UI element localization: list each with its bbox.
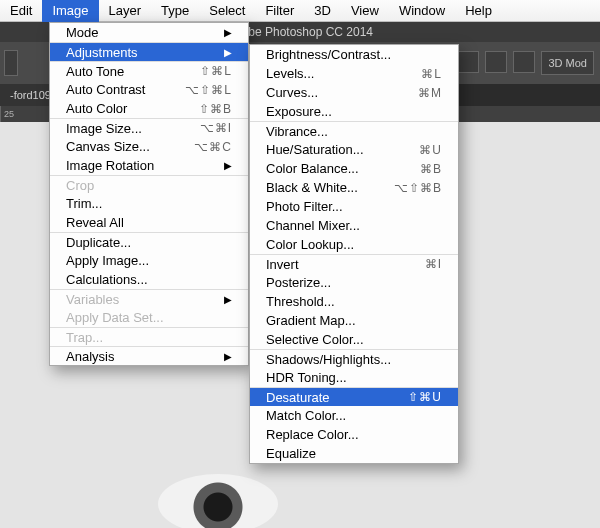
toolbar-icon[interactable] [457, 51, 479, 73]
menu-item[interactable]: Auto Tone⇧⌘L [50, 61, 248, 80]
menu-help[interactable]: Help [455, 0, 502, 22]
menu-item[interactable]: Equalize [250, 444, 458, 463]
menu-select[interactable]: Select [199, 0, 255, 22]
menu-item[interactable]: Color Balance...⌘B [250, 159, 458, 178]
menu-item-label: Apply Data Set... [66, 310, 232, 325]
menubar: EditImageLayerTypeSelectFilter3DViewWind… [0, 0, 600, 22]
chevron-right-icon: ▶ [224, 160, 232, 171]
menu-item[interactable]: Shadows/Highlights... [250, 349, 458, 368]
menu-item-shortcut: ⌘L [421, 67, 442, 81]
menu-item[interactable]: Brightness/Contrast... [250, 45, 458, 64]
menu-item[interactable]: Calculations... [50, 270, 248, 289]
menu-item[interactable]: Curves...⌘M [250, 83, 458, 102]
menu-item[interactable]: Threshold... [250, 292, 458, 311]
menu-item-label: Trap... [66, 330, 232, 345]
menu-item[interactable]: Photo Filter... [250, 197, 458, 216]
canvas-image-eye [158, 474, 278, 528]
menu-item-label: Hue/Saturation... [266, 142, 419, 157]
menu-item-shortcut: ⌥⌘I [200, 121, 232, 135]
menu-item-label: Adjustments [66, 45, 224, 60]
menu-image: Mode▶Adjustments▶Auto Tone⇧⌘LAuto Contra… [49, 22, 249, 366]
menu-item-label: Shadows/Highlights... [266, 352, 442, 367]
mode-3d-button[interactable]: 3D Mod [541, 51, 594, 75]
menu-item-label: Match Color... [266, 408, 442, 423]
menu-item[interactable]: Auto Contrast⌥⇧⌘L [50, 80, 248, 99]
menu-item-label: Color Balance... [266, 161, 420, 176]
menu-item[interactable]: Selective Color... [250, 330, 458, 349]
menu-item-label: Gradient Map... [266, 313, 442, 328]
menu-item[interactable]: Auto Color⇧⌘B [50, 99, 248, 118]
menu-item-shortcut: ⌘M [418, 86, 442, 100]
menu-item-label: Desaturate [266, 390, 408, 405]
menu-item-shortcut: ⇧⌘B [199, 102, 232, 116]
menu-item-label: Crop [66, 178, 232, 193]
chevron-right-icon: ▶ [224, 351, 232, 362]
menu-item[interactable]: Color Lookup... [250, 235, 458, 254]
menu-window[interactable]: Window [389, 0, 455, 22]
menu-item-label: Black & White... [266, 180, 394, 195]
menu-item-label: Threshold... [266, 294, 442, 309]
menu-item-label: Reveal All [66, 215, 232, 230]
menu-item-label: Calculations... [66, 272, 232, 287]
menu-item-shortcut: ⌥⇧⌘L [185, 83, 232, 97]
menu-item[interactable]: Mode▶ [50, 23, 248, 42]
chevron-right-icon: ▶ [224, 27, 232, 38]
menu-item-shortcut: ⌘B [420, 162, 442, 176]
menu-layer[interactable]: Layer [99, 0, 152, 22]
menu-item-label: Image Size... [66, 121, 200, 136]
menu-item-label: Levels... [266, 66, 421, 81]
menu-item: Apply Data Set... [50, 308, 248, 327]
menu-item-label: Replace Color... [266, 427, 442, 442]
chevron-right-icon: ▶ [224, 47, 232, 58]
menu-view[interactable]: View [341, 0, 389, 22]
menu-item-label: Trim... [66, 196, 232, 211]
menu-item[interactable]: Canvas Size...⌥⌘C [50, 137, 248, 156]
menu-item-label: Image Rotation [66, 158, 224, 173]
menu-item-label: Duplicate... [66, 235, 232, 250]
menu-item[interactable]: Adjustments▶ [50, 42, 248, 61]
menu-item: Crop [50, 175, 248, 194]
menu-item-label: Posterize... [266, 275, 442, 290]
menu-item[interactable]: Replace Color... [250, 425, 458, 444]
menu-item-label: Exposure... [266, 104, 442, 119]
menu-item-label: Auto Tone [66, 64, 200, 79]
menu-image[interactable]: Image [42, 0, 98, 22]
menu-3d[interactable]: 3D [304, 0, 341, 22]
menu-item-label: Auto Contrast [66, 82, 185, 97]
menu-filter[interactable]: Filter [255, 0, 304, 22]
menu-item[interactable]: Image Size...⌥⌘I [50, 118, 248, 137]
menu-item[interactable]: Invert⌘I [250, 254, 458, 273]
menu-item[interactable]: Apply Image... [50, 251, 248, 270]
menu-item[interactable]: HDR Toning... [250, 368, 458, 387]
menu-item[interactable]: Reveal All [50, 213, 248, 232]
menu-item-label: Color Lookup... [266, 237, 442, 252]
menu-item[interactable]: Channel Mixer... [250, 216, 458, 235]
menu-item-label: Auto Color [66, 101, 199, 116]
menu-item-label: Photo Filter... [266, 199, 442, 214]
menu-item[interactable]: Analysis▶ [50, 346, 248, 365]
menu-item[interactable]: Black & White...⌥⇧⌘B [250, 178, 458, 197]
menu-item-label: Brightness/Contrast... [266, 47, 442, 62]
menu-item[interactable]: Vibrance... [250, 121, 458, 140]
tool-swatch[interactable] [4, 50, 18, 76]
menu-item-shortcut: ⌘U [419, 143, 442, 157]
menu-item[interactable]: Gradient Map... [250, 311, 458, 330]
toolbar-icon[interactable] [513, 51, 535, 73]
menu-item[interactable]: Desaturate⇧⌘U [250, 387, 458, 406]
menu-item[interactable]: Duplicate... [50, 232, 248, 251]
menu-item-label: Apply Image... [66, 253, 232, 268]
menu-item-label: Channel Mixer... [266, 218, 442, 233]
menu-item[interactable]: Levels...⌘L [250, 64, 458, 83]
menu-item[interactable]: Exposure... [250, 102, 458, 121]
menu-item[interactable]: Trim... [50, 194, 248, 213]
menu-item[interactable]: Image Rotation▶ [50, 156, 248, 175]
menu-item[interactable]: Hue/Saturation...⌘U [250, 140, 458, 159]
menu-item[interactable]: Posterize... [250, 273, 458, 292]
toolbar-icon[interactable] [485, 51, 507, 73]
menu-edit[interactable]: Edit [0, 0, 42, 22]
menu-type[interactable]: Type [151, 0, 199, 22]
menu-item-label: Canvas Size... [66, 139, 194, 154]
menu-item-label: Equalize [266, 446, 442, 461]
menu-item-shortcut: ⌥⌘C [194, 140, 232, 154]
menu-item[interactable]: Match Color... [250, 406, 458, 425]
